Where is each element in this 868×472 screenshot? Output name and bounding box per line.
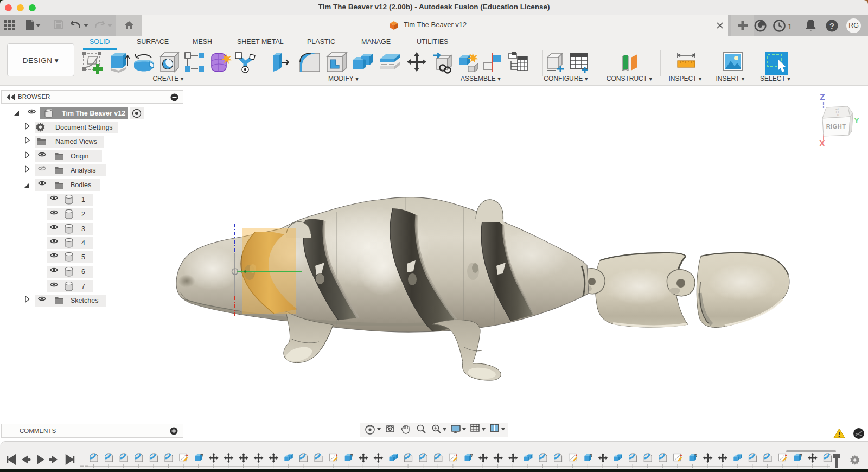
svg-text:Z: Z [820,93,825,102]
svg-text:RIGHT: RIGHT [826,123,846,130]
svg-text:4: 4 [81,239,85,247]
svg-text:Sketches: Sketches [71,297,98,304]
svg-text:Bodies: Bodies [71,181,91,189]
svg-text:Tim The Beaver v12: Tim The Beaver v12 [62,110,125,117]
svg-text:1: 1 [81,196,85,203]
svg-text:X: X [819,139,825,146]
svg-text:Document Settings: Document Settings [55,124,113,131]
svg-text:TOP: TOP [835,108,839,117]
svg-text:?: ? [829,21,834,30]
svg-text:6: 6 [81,268,85,276]
svg-text:2: 2 [81,211,85,218]
svg-text:Analysis: Analysis [71,167,96,174]
svg-text:5: 5 [81,253,85,261]
svg-text:Y: Y [854,116,859,125]
svg-text:3: 3 [81,225,85,233]
svg-text:Origin: Origin [71,152,88,160]
svg-text:Named Views: Named Views [55,138,97,145]
svg-text:7: 7 [81,283,85,290]
